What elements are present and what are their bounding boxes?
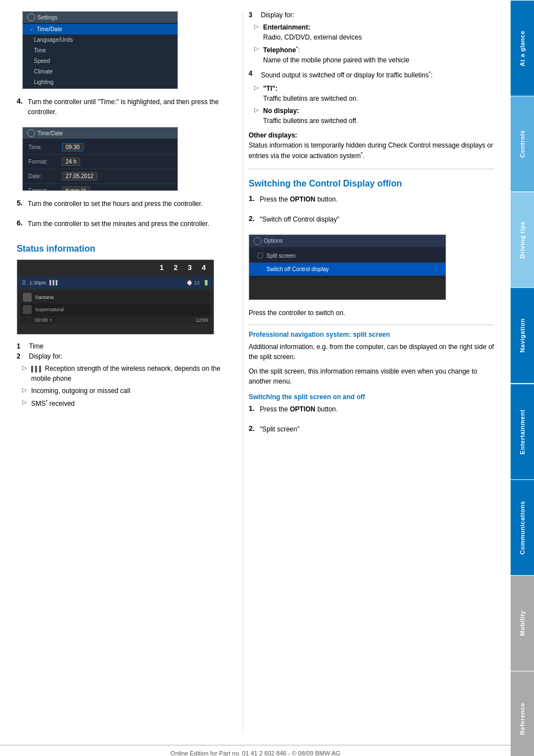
press-controller-text: Press the controller to switch on. (249, 308, 494, 318)
step-5: 5. Turn the controller to set the hours … (17, 199, 231, 214)
menu-time-date: ✓ Time/Date (23, 24, 177, 35)
page-footer: Online Edition for Part no. 01 41 2 602 … (0, 745, 511, 756)
sidebar-tab-navigation[interactable]: Navigation (511, 287, 534, 383)
menu-door-locks: Door locks (23, 87, 177, 89)
step-4-num: 4. (17, 97, 24, 122)
time-row-format2: Format: tt.mm.jjjj (23, 184, 177, 191)
options-split-screen: Split screen (249, 249, 446, 263)
time-row-date: Date: 27.05.2012 (23, 169, 177, 184)
time-row-time: Time: 09:30 (23, 140, 177, 155)
track-row: Santana (21, 291, 210, 303)
prof-nav-text1: Additional information, e.g. from the co… (249, 342, 494, 362)
step-5-num: 5. (17, 199, 24, 214)
bullet-telephone: ▷ Telephone*: Name of the mobile phone p… (254, 45, 494, 65)
track-info: Santana Supernatural 00:08 • 12/99 (21, 291, 210, 325)
sidebar-tab-driving-tips[interactable]: Driving tips (511, 192, 534, 287)
item-4-block: 4 Sound output is switched off or displa… (249, 70, 494, 126)
left-column: Settings ✓ Time/Date Language/Units Tone… (17, 11, 243, 734)
bullet-incoming: ▷ Incoming, outgoing or missed call (22, 386, 231, 396)
settings-screenshot: Settings ✓ Time/Date Language/Units Tone… (22, 11, 178, 89)
status-numbers-row: 1 2 3 4 (160, 263, 206, 272)
switch-section-heading: Switching the Control Display off/on (249, 178, 494, 190)
step-4-text: Turn the controller until "Time:" is hig… (28, 97, 231, 117)
menu-tone: Tone (23, 45, 177, 56)
bullet-ti: ▷ "TI": Traffic bulletins are switched o… (254, 84, 494, 104)
time-date-screenshot: Time/Date Time: 09:30 Format: 24 h Date: (22, 127, 178, 191)
split-step-1: 1. Press the OPTION button. (249, 404, 494, 420)
menu-climate: Climate (23, 66, 177, 77)
status-screenshot: 1 2 3 4 ☰ 1:30pm ▌▌▌ ⌚ 12 🔋 (17, 259, 214, 335)
bullet-reception: ▷ ▌▌▌ Reception strength of the wireless… (22, 364, 231, 384)
sidebar-tab-controls[interactable]: Controls (511, 96, 534, 192)
album-icon (23, 305, 32, 314)
time-date-title: Time/Date (37, 130, 63, 136)
prof-nav-text2: On the split screen, this information re… (249, 366, 494, 386)
item-3-block: 3 Display for: ▷ Entertainment: Radio, C… (249, 11, 494, 65)
sidebar-tab-communications[interactable]: Communications (511, 479, 534, 575)
options-switch-off: Switch off Control display (249, 263, 446, 276)
album-row: Supernatural (21, 303, 210, 316)
step-6-num: 6. (17, 219, 24, 234)
settings-icon (27, 13, 35, 21)
options-icon (254, 237, 261, 245)
switch-step-1: 1. Press the OPTION button. (249, 194, 494, 210)
right-column: 3 Display for: ▷ Entertainment: Radio, C… (243, 11, 494, 734)
step-6: 6. Turn the controller to set the minute… (17, 219, 231, 234)
sidebar-tab-at-a-glance[interactable]: At a glance (511, 0, 534, 96)
time-date-icon (27, 129, 35, 137)
menu-language: Language/Units (23, 35, 177, 45)
sidebar: At a glance Controls Driving tips Naviga… (511, 0, 534, 756)
step-6-text: Turn the controller to set the minutes a… (28, 219, 209, 229)
split-heading: Switching the split screen on and off (249, 393, 494, 401)
step-4: 4. Turn the controller until "Time:" is … (17, 97, 231, 122)
bullet-sms: ▷ SMS* received (22, 398, 231, 409)
step-5-text: Turn the controller to set the hours and… (28, 199, 202, 209)
menu-speed: Speed (23, 56, 177, 66)
track-icon (23, 293, 32, 302)
sidebar-tab-entertainment[interactable]: Entertainment (511, 384, 534, 479)
sidebar-tab-mobility[interactable]: Mobility (511, 575, 534, 671)
status-bar: ☰ 1:30pm ▌▌▌ ⌚ 12 🔋 (17, 277, 214, 289)
item-1-block: 1 Time 2 Display for: (17, 342, 231, 360)
prof-nav-heading: Professional navigation system: split sc… (249, 331, 494, 338)
time-row-format1: Format: 24 h (23, 155, 177, 169)
split-step-2: 2. "Split screen" (249, 424, 494, 440)
other-displays-block: Other displays: Status information is te… (249, 130, 494, 161)
switch-step-2: 2. "Switch off Control display" (249, 214, 494, 230)
options-header: Options (249, 235, 446, 247)
bullet-no-display: ▷ No display: Traffic bulletins are swit… (254, 106, 494, 126)
options-screenshot: Options Split screen Switch off Control … (249, 234, 446, 300)
bullet-entertainment: ▷ Entertainment: Radio, CD/DVD, external… (254, 22, 494, 42)
sidebar-tab-reference[interactable]: Reference (511, 671, 534, 756)
menu-lighting: Lighting (23, 77, 177, 87)
status-section-heading: Status information (17, 243, 231, 255)
duration-row: 00:08 • 12/99 (21, 316, 210, 325)
settings-title-label: Settings (37, 14, 57, 21)
options-list: Split screen Switch off Control display (249, 247, 446, 278)
